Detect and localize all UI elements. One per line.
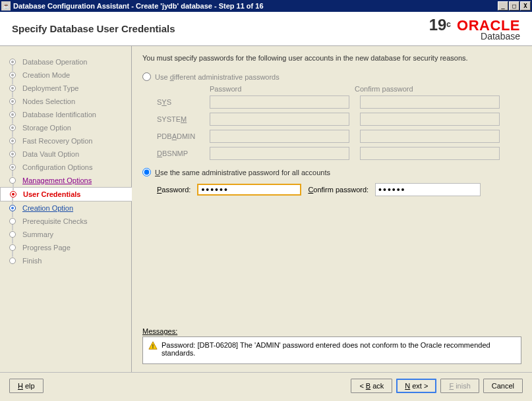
col-confirm-header: Confirm password xyxy=(355,85,504,93)
step-dot-icon xyxy=(9,111,16,118)
account-password-input xyxy=(210,130,349,143)
step-label: Fast Recovery Option xyxy=(22,137,92,145)
step-label: Management Options xyxy=(22,176,92,184)
window-title: Database Configuration Assistant - Creat… xyxy=(13,2,498,10)
same-confirm-label: Confirm password: xyxy=(308,186,369,194)
account-password-input xyxy=(210,147,349,160)
sidebar-step-6[interactable]: Fast Recovery Option xyxy=(0,134,131,147)
close-button[interactable]: X xyxy=(520,1,531,11)
account-label: DBSNMP xyxy=(157,149,210,157)
sidebar-step-2[interactable]: Deployment Type xyxy=(0,82,131,95)
step-label: Storage Option xyxy=(22,124,71,132)
same-confirm-input[interactable] xyxy=(375,183,481,196)
per-user-password-grid: Password Confirm password SYSSYSTEMPDBAD… xyxy=(142,85,521,164)
account-label: PDBADMIN xyxy=(157,132,210,140)
step-label: Creation Mode xyxy=(22,71,70,79)
step-label: Creation Option xyxy=(22,204,73,212)
sidebar-step-8[interactable]: Configuration Options xyxy=(0,161,131,174)
step-dot-icon xyxy=(9,177,16,184)
finish-button: Finish xyxy=(440,379,479,393)
page-header: Specify Database User Credentials 19c OR… xyxy=(0,12,532,46)
step-dot-icon xyxy=(9,218,16,225)
step-label: Data Vault Option xyxy=(22,150,79,158)
svg-text:!: ! xyxy=(152,343,154,350)
sidebar-step-13: Summary xyxy=(0,228,131,241)
step-label: User Credentials xyxy=(23,190,80,198)
messages-box: ! Password: [DBT-06208] The 'ADMIN' pass… xyxy=(142,336,521,364)
sidebar-step-11[interactable]: Creation Option xyxy=(0,201,131,215)
wizard-steps-sidebar: Database OperationCreation ModeDeploymen… xyxy=(0,46,132,372)
help-button[interactable]: Help xyxy=(9,379,44,393)
messages-label: Messages: xyxy=(142,327,521,335)
sidebar-step-0[interactable]: Database Operation xyxy=(0,55,131,68)
minimize-button[interactable]: _ xyxy=(498,1,508,11)
radio-same-password[interactable]: Use the same administrative password for… xyxy=(142,168,521,176)
sidebar-step-1[interactable]: Creation Mode xyxy=(0,68,131,82)
app-icon: ☕ xyxy=(1,1,11,11)
account-confirm-input xyxy=(360,113,500,126)
wizard-footer: Help < Back Next > Finish Cancel xyxy=(0,372,532,398)
step-dot-icon xyxy=(9,98,16,105)
step-dot-icon xyxy=(9,164,16,171)
radio-different-passwords[interactable]: Use different administrative passwords xyxy=(142,72,521,81)
step-label: Summary xyxy=(22,230,53,238)
step-dot-icon xyxy=(9,85,16,92)
sidebar-step-10: User Credentials xyxy=(0,187,132,201)
password-row: SYS xyxy=(157,95,521,109)
step-dot-icon xyxy=(9,257,16,264)
back-button[interactable]: < Back xyxy=(351,379,392,393)
step-label: Progress Page xyxy=(22,244,71,252)
step-label: Deployment Type xyxy=(22,84,78,92)
step-dot-icon xyxy=(9,124,16,131)
step-dot-icon xyxy=(9,138,16,144)
step-dot-icon xyxy=(9,244,16,251)
sidebar-step-7[interactable]: Data Vault Option xyxy=(0,147,131,161)
sidebar-step-12: Prerequisite Checks xyxy=(0,215,131,228)
step-dot-icon xyxy=(9,205,16,211)
radio-different-input[interactable] xyxy=(142,72,151,81)
password-row: DBSNMP xyxy=(157,147,521,160)
step-label: Nodes Selection xyxy=(22,97,75,105)
maximize-button[interactable]: □ xyxy=(509,1,519,11)
oracle-logo: 19c ORACLE Database xyxy=(429,17,520,41)
sidebar-step-9[interactable]: Management Options xyxy=(0,174,131,187)
sidebar-step-3[interactable]: Nodes Selection xyxy=(0,95,131,108)
radio-same-input[interactable] xyxy=(142,168,151,176)
step-dot-icon xyxy=(9,231,16,238)
step-label: Configuration Options xyxy=(22,163,92,171)
account-password-input xyxy=(210,113,349,126)
cancel-button[interactable]: Cancel xyxy=(483,379,523,393)
account-confirm-input xyxy=(360,95,500,109)
step-dot-icon xyxy=(9,59,16,65)
same-password-label: Password: xyxy=(157,186,191,194)
main-content: You must specify passwords for the follo… xyxy=(132,46,532,372)
step-dot-icon xyxy=(9,72,16,78)
password-row: SYSTEM xyxy=(157,113,521,126)
sidebar-step-5[interactable]: Storage Option xyxy=(0,121,131,134)
step-label: Prerequisite Checks xyxy=(22,217,87,225)
warning-icon: ! xyxy=(148,341,158,350)
account-label: SYSTEM xyxy=(157,115,210,123)
step-label: Database Operation xyxy=(22,58,87,66)
page-title: Specify Database User Credentials xyxy=(12,23,175,34)
title-bar: ☕ Database Configuration Assistant - Cre… xyxy=(0,0,532,12)
account-password-input xyxy=(210,95,349,109)
password-row: PDBADMIN xyxy=(157,130,521,143)
step-dot-icon xyxy=(10,191,16,198)
col-password-header: Password xyxy=(210,85,355,93)
same-password-input[interactable] xyxy=(197,184,301,196)
message-text: Password: [DBT-06208] The 'ADMIN' passwo… xyxy=(162,341,516,360)
sidebar-step-4[interactable]: Database Identification xyxy=(0,108,131,121)
intro-text: You must specify passwords for the follo… xyxy=(142,54,521,62)
sidebar-step-15: Finish xyxy=(0,254,131,267)
account-confirm-input xyxy=(360,147,500,160)
step-label: Database Identification xyxy=(22,111,96,119)
next-button[interactable]: Next > xyxy=(396,379,436,393)
account-label: SYS xyxy=(157,98,210,106)
step-dot-icon xyxy=(9,151,16,157)
step-label: Finish xyxy=(22,257,42,265)
account-confirm-input xyxy=(360,130,500,143)
sidebar-step-14: Progress Page xyxy=(0,241,131,254)
